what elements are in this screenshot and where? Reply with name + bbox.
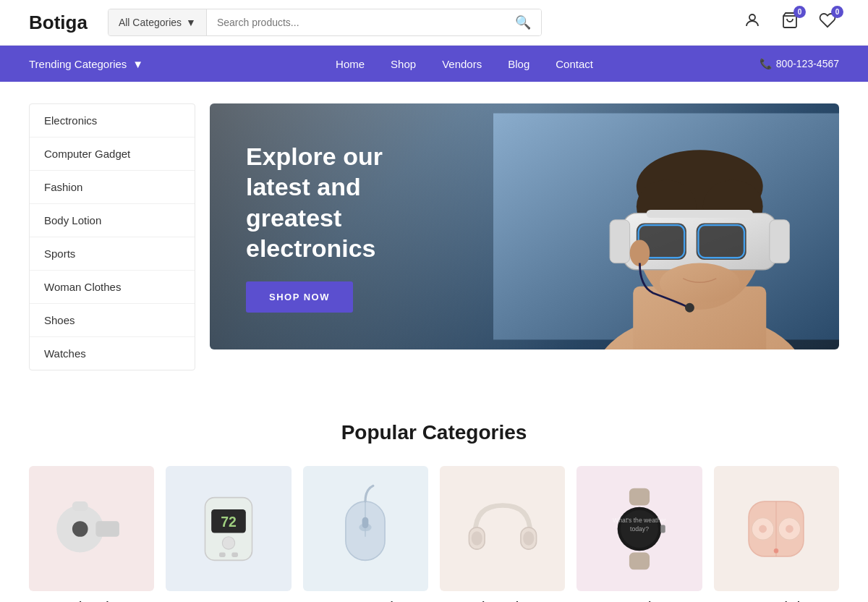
sidebar-item-electronics[interactable]: Electronics bbox=[30, 104, 195, 137]
svg-rect-40 bbox=[629, 488, 650, 505]
svg-point-0 bbox=[749, 14, 755, 20]
svg-text:What's the weather: What's the weather bbox=[613, 517, 666, 524]
hero-text-block: Explore our latest and greatest electron… bbox=[210, 112, 456, 342]
svg-rect-11 bbox=[696, 223, 746, 260]
sidebar-item-woman-clothes[interactable]: Woman Clothes bbox=[30, 271, 195, 304]
hero-illustration bbox=[493, 103, 840, 349]
svg-rect-15 bbox=[769, 220, 789, 263]
wishlist-button[interactable]: 0 bbox=[816, 9, 839, 36]
cart-button[interactable]: 0 bbox=[778, 9, 801, 36]
hero-title: Explore our latest and greatest electron… bbox=[246, 141, 420, 264]
categories-grid: Body Lotion 72 Sports bbox=[29, 466, 839, 602]
header-icons: 0 0 bbox=[741, 9, 839, 36]
search-bar: All Categories ▼ 🔍 bbox=[108, 9, 542, 36]
search-icon: 🔍 bbox=[515, 15, 531, 30]
svg-point-38 bbox=[471, 531, 482, 546]
svg-rect-31 bbox=[231, 552, 238, 556]
svg-rect-30 bbox=[219, 552, 226, 556]
account-button[interactable] bbox=[741, 9, 764, 36]
user-icon bbox=[744, 14, 761, 33]
sidebar-item-fashion[interactable]: Fashion bbox=[30, 171, 195, 204]
chevron-down-icon: ▼ bbox=[132, 58, 143, 70]
svg-rect-14 bbox=[646, 210, 752, 218]
category-card-woman-clothes[interactable]: Woman Clothes bbox=[714, 466, 839, 602]
nav-shop[interactable]: Shop bbox=[391, 58, 416, 70]
sidebar-item-body-lotion[interactable]: Body Lotion bbox=[30, 204, 195, 237]
category-sidebar: Electronics Computer Gadget Fashion Body… bbox=[29, 103, 195, 370]
trending-categories-button[interactable]: Trending Categories ▼ bbox=[29, 58, 155, 70]
category-card-body-lotion[interactable]: Body Lotion bbox=[29, 466, 154, 602]
popular-categories-title: Popular Categories bbox=[29, 421, 839, 444]
sidebar-item-sports[interactable]: Sports bbox=[30, 237, 195, 271]
svg-rect-23 bbox=[95, 521, 119, 537]
cart-badge: 0 bbox=[793, 6, 806, 18]
hero-banner: Explore our latest and greatest electron… bbox=[210, 103, 839, 349]
chevron-down-icon: ▼ bbox=[186, 17, 196, 28]
trending-label: Trending Categories bbox=[29, 58, 127, 70]
svg-rect-46 bbox=[660, 525, 665, 533]
svg-point-53 bbox=[774, 548, 778, 553]
site-logo[interactable]: Botiga bbox=[29, 12, 88, 34]
sidebar-item-computer-gadget[interactable]: Computer Gadget bbox=[30, 137, 195, 171]
nav-blog[interactable]: Blog bbox=[508, 58, 529, 70]
nav-contact[interactable]: Contact bbox=[556, 58, 593, 70]
category-image-electronics bbox=[440, 466, 565, 591]
category-select[interactable]: All Categories ▼ bbox=[109, 9, 207, 35]
category-card-electronics[interactable]: Electronics bbox=[440, 466, 565, 602]
category-image-computer bbox=[303, 466, 428, 591]
site-header: Botiga All Categories ▼ 🔍 0 bbox=[0, 0, 868, 46]
nav-phone: 📞 800-123-4567 bbox=[760, 58, 839, 69]
category-card-sports[interactable]: 72 Sports bbox=[166, 466, 291, 602]
popular-categories-section: Popular Categories Body Lotion bbox=[0, 392, 868, 602]
category-card-watch[interactable]: What's the weather today? Watch bbox=[576, 466, 702, 602]
svg-point-22 bbox=[72, 521, 88, 537]
svg-point-39 bbox=[523, 531, 534, 546]
svg-rect-41 bbox=[629, 552, 650, 569]
shop-now-button[interactable]: SHOP NOW bbox=[246, 281, 353, 313]
svg-point-18 bbox=[685, 303, 694, 313]
svg-point-29 bbox=[222, 536, 234, 548]
search-button[interactable]: 🔍 bbox=[505, 9, 541, 35]
svg-rect-24 bbox=[72, 501, 88, 511]
svg-rect-16 bbox=[610, 220, 630, 263]
sidebar-item-watches[interactable]: Watches bbox=[30, 337, 195, 370]
svg-point-19 bbox=[660, 263, 739, 303]
category-image-sports: 72 bbox=[166, 466, 291, 591]
wishlist-badge: 0 bbox=[831, 6, 843, 18]
category-select-label: All Categories bbox=[119, 17, 182, 28]
main-content: Electronics Computer Gadget Fashion Body… bbox=[0, 82, 868, 392]
category-image-woman-clothes bbox=[714, 466, 839, 591]
svg-point-51 bbox=[759, 525, 767, 533]
phone-icon: 📞 bbox=[760, 58, 772, 69]
svg-text:today?: today? bbox=[630, 525, 649, 533]
sidebar-item-shoes[interactable]: Shoes bbox=[30, 304, 195, 337]
nav-vendors[interactable]: Vendors bbox=[442, 58, 482, 70]
nav-home[interactable]: Home bbox=[336, 58, 365, 70]
category-card-computer[interactable]: Computer Gadget bbox=[303, 466, 428, 602]
search-input[interactable] bbox=[207, 9, 505, 35]
phone-number: 800-123-4567 bbox=[776, 58, 839, 69]
hero-area: Electronics Computer Gadget Fashion Body… bbox=[29, 103, 839, 370]
nav-links: Home Shop Vendors Blog Contact bbox=[169, 58, 760, 70]
category-image-watch: What's the weather today? bbox=[576, 466, 702, 591]
svg-point-17 bbox=[629, 239, 650, 266]
main-navbar: Trending Categories ▼ Home Shop Vendors … bbox=[0, 46, 868, 82]
svg-rect-35 bbox=[362, 517, 369, 527]
svg-text:72: 72 bbox=[221, 513, 237, 529]
svg-point-52 bbox=[786, 525, 793, 533]
category-image-body-lotion bbox=[29, 466, 154, 591]
